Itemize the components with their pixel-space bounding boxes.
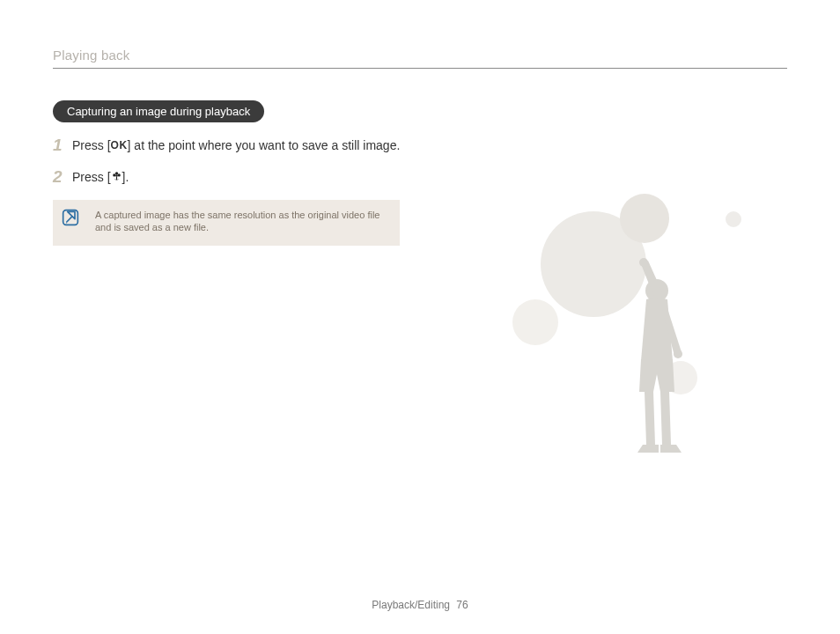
note-box: A captured image has the same resolution… (53, 200, 400, 246)
svg-point-1 (113, 173, 115, 176)
step-body: Press [OK] at the point where you want t… (72, 136, 400, 156)
step-1: 1 Press [OK] at the point where you want… (53, 136, 405, 156)
page-title: Playing back (53, 48, 787, 68)
decorative-art (470, 185, 787, 502)
ok-icon: OK (111, 136, 128, 155)
section-pill: Capturing an image during playback (53, 100, 264, 122)
step-text-pre: Press [ (72, 170, 111, 184)
page-footer: Playback/Editing 76 (0, 599, 840, 611)
step-text-post: ] at the point where you want to save a … (128, 138, 401, 152)
step-2: 2 Press []. (53, 168, 405, 188)
svg-point-2 (117, 173, 120, 176)
step-body: Press []. (72, 168, 129, 188)
svg-point-5 (645, 279, 668, 302)
header-rule (53, 68, 787, 69)
step-number: 1 (53, 136, 72, 153)
footer-section: Playback/Editing (372, 599, 450, 611)
step-text-post: ]. (122, 170, 129, 184)
page: Playing back Capturing an image during p… (0, 0, 840, 634)
svg-point-0 (114, 172, 117, 174)
svg-point-7 (674, 350, 682, 358)
footer-page-number: 76 (456, 599, 468, 611)
svg-point-6 (639, 258, 648, 267)
note-icon (62, 209, 81, 230)
step-number: 2 (53, 168, 72, 185)
macro-flower-icon (111, 168, 122, 187)
steps-list: 1 Press [OK] at the point where you want… (53, 136, 405, 188)
note-text: A captured image has the same resolution… (95, 209, 387, 233)
step-text-pre: Press [ (72, 138, 111, 152)
svg-point-3 (115, 174, 118, 177)
